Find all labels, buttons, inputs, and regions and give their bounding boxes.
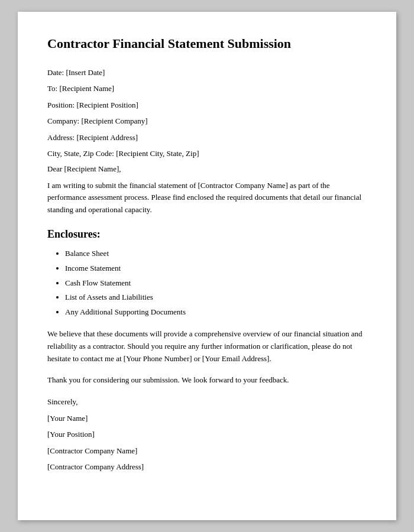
body-paragraph: We believe that these documents will pro… [47, 328, 367, 365]
date-field: Date: [Insert Date] [47, 67, 367, 79]
list-item: Cash Flow Statement [65, 277, 367, 290]
enclosures-list: Balance Sheet Income Statement Cash Flow… [47, 248, 367, 319]
contractor-company-address: [Contractor Company Address] [47, 461, 367, 473]
your-name: [Your Name] [47, 413, 367, 424]
salutation: Dear [Recipient Name], [47, 164, 367, 174]
list-item: Balance Sheet [65, 248, 367, 260]
to-value: [Recipient Name] [59, 84, 114, 93]
sincerely: Sincerely, [47, 396, 367, 408]
city-label: City, State, Zip Code: [47, 149, 116, 158]
city-field: City, State, Zip Code: [Recipient City, … [47, 148, 367, 160]
to-label: To: [47, 84, 59, 93]
document-title: Contractor Financial Statement Submissio… [47, 35, 367, 53]
enclosures-heading: Enclosures: [47, 228, 367, 241]
position-value: [Recipient Position] [77, 100, 138, 109]
to-field: To: [Recipient Name] [47, 83, 367, 95]
address-field: Address: [Recipient Address] [47, 132, 367, 144]
address-value: [Recipient Address] [76, 133, 138, 142]
city-value: [Recipient City, State, Zip] [116, 149, 199, 158]
intro-paragraph: I am writing to submit the financial sta… [47, 180, 367, 216]
thank-you-paragraph: Thank you for considering our submission… [47, 374, 367, 387]
date-value: [Insert Date] [66, 68, 105, 77]
list-item: Any Additional Supporting Documents [65, 306, 367, 319]
company-field: Company: [Recipient Company] [47, 115, 367, 127]
document-container: Contractor Financial Statement Submissio… [18, 12, 396, 520]
address-label: Address: [47, 133, 76, 142]
your-position: [Your Position] [47, 429, 367, 440]
company-value: [Recipient Company] [81, 116, 147, 125]
position-label: Position: [47, 100, 77, 109]
company-label: Company: [47, 116, 81, 125]
list-item: Income Statement [65, 262, 367, 275]
position-field: Position: [Recipient Position] [47, 99, 367, 111]
date-label: Date: [47, 68, 66, 77]
list-item: List of Assets and Liabilities [65, 291, 367, 304]
contractor-company-name: [Contractor Company Name] [47, 445, 367, 457]
